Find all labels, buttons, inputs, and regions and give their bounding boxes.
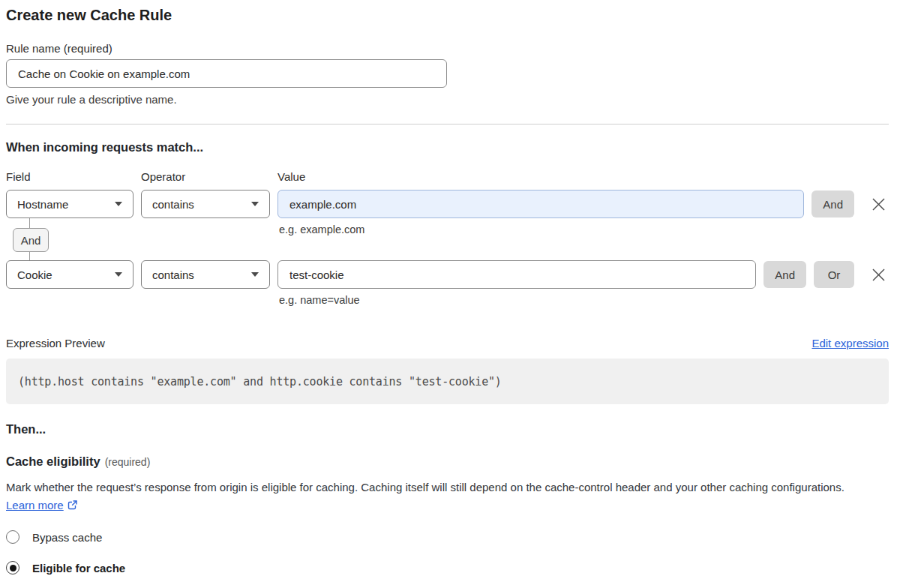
operator-select-1[interactable]: contains — [141, 190, 270, 218]
description-text: Mark whether the request’s response from… — [6, 481, 844, 494]
add-or-condition-button-2[interactable]: Or — [814, 261, 854, 288]
field-select-2-value: Cookie — [17, 268, 52, 281]
field-select-2[interactable]: Cookie — [6, 260, 134, 289]
create-cache-rule-form: Create new Cache Rule Rule name (require… — [0, 0, 900, 574]
operator-column-label: Operator — [141, 170, 278, 183]
radio-dot — [10, 565, 16, 572]
chevron-down-icon — [115, 202, 122, 206]
expression-header: Expression Preview Edit expression — [6, 337, 889, 350]
expression-code: (http.host contains "example.com" and ht… — [18, 375, 502, 388]
remove-condition-button-2[interactable] — [869, 266, 887, 284]
then-heading: Then... — [6, 422, 889, 436]
add-and-condition-button-1[interactable]: And — [812, 190, 854, 218]
external-link-icon — [67, 500, 78, 511]
operator-select-1-value: contains — [152, 198, 194, 211]
add-and-condition-button-2[interactable]: And — [764, 261, 806, 288]
page-title: Create new Cache Rule — [6, 5, 889, 25]
radio-unselected-icon — [6, 530, 20, 544]
section-divider — [6, 124, 889, 124]
field-select-1-value: Hostname — [17, 198, 68, 211]
condition-row-1: Hostname contains And — [6, 190, 889, 218]
expression-preview-box: (http.host contains "example.com" and ht… — [6, 358, 889, 404]
rule-name-help: Give your rule a descriptive name. — [6, 93, 889, 106]
expression-preview-label: Expression Preview — [6, 337, 105, 350]
operator-select-2-value: contains — [152, 268, 194, 281]
radio-label: Eligible for cache — [32, 562, 125, 574]
edit-expression-link[interactable]: Edit expression — [812, 337, 889, 350]
value-input-2[interactable] — [278, 260, 756, 289]
radio-option-bypass-cache[interactable]: Bypass cache — [6, 530, 889, 544]
match-heading: When incoming requests match... — [6, 140, 889, 154]
close-icon — [872, 197, 886, 212]
chevron-down-icon — [115, 272, 122, 277]
rule-name-input[interactable] — [6, 59, 447, 88]
chevron-down-icon — [251, 272, 259, 277]
cache-eligibility-title: Cache eligibility — [6, 454, 100, 468]
value-input-1[interactable] — [278, 190, 804, 218]
condition-row-2: Cookie contains And Or — [6, 260, 889, 289]
cache-eligibility-heading: Cache eligibility(required) — [6, 454, 889, 469]
value-hint-1: e.g. example.com — [279, 224, 364, 236]
and-connector: And — [13, 228, 49, 252]
close-icon — [872, 268, 886, 282]
chevron-down-icon — [251, 202, 259, 206]
value-hint-2: e.g. name=value — [279, 294, 889, 306]
radio-label: Bypass cache — [32, 531, 102, 544]
field-column-label: Field — [6, 170, 141, 183]
connector-zone: e.g. example.com And — [6, 218, 889, 260]
radio-selected-icon — [6, 561, 20, 574]
value-column-label: Value — [278, 170, 305, 183]
radio-option-eligible-for-cache[interactable]: Eligible for cache — [6, 561, 889, 574]
operator-select-2[interactable]: contains — [141, 260, 270, 289]
required-note: (required) — [105, 456, 151, 468]
remove-condition-button-1[interactable] — [869, 195, 887, 213]
learn-more-link[interactable]: Learn more — [6, 499, 64, 512]
field-select-1[interactable]: Hostname — [6, 190, 134, 218]
condition-column-headers: Field Operator Value — [6, 170, 889, 183]
and-connector-chip: And — [13, 228, 49, 252]
rule-name-label: Rule name (required) — [6, 42, 889, 55]
cache-eligibility-description: Mark whether the request’s response from… — [6, 478, 876, 514]
